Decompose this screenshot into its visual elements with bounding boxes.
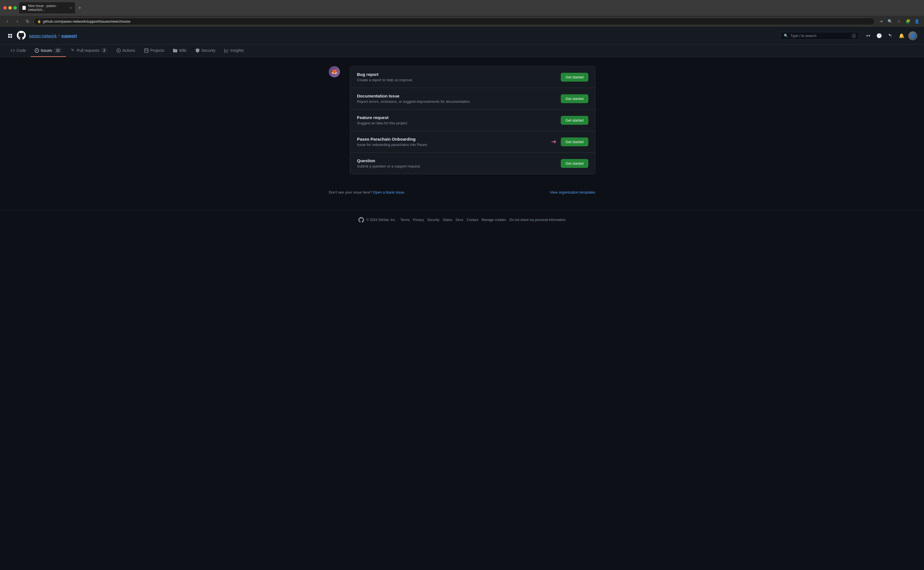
profile-button[interactable]: 👤 — [913, 17, 921, 25]
hamburger-button[interactable] — [7, 32, 14, 39]
template-row-documentation-issue: Documentation Issue Report errors, omiss… — [350, 88, 595, 110]
search-placeholder: Type / to search — [791, 34, 849, 38]
documentation-issue-get-started-button[interactable]: Get started — [561, 94, 588, 103]
template-info-question: Question Submit a question or a support … — [357, 158, 561, 169]
nav-code-label: Code — [17, 48, 26, 53]
header-left: paseo-network / support — [7, 31, 776, 41]
nav-item-security[interactable]: Security — [191, 45, 220, 57]
minimize-dot[interactable] — [8, 6, 12, 9]
open-blank-issue-link[interactable]: Open a blank issue. — [373, 190, 405, 195]
footer-contact-link[interactable]: Contact — [467, 218, 478, 222]
nav-pr-label: Pull requests — [77, 48, 99, 53]
clock-button[interactable]: 🕐 — [875, 31, 884, 40]
back-button[interactable]: ‹ — [3, 17, 11, 25]
notifications-button[interactable]: 🔔 — [897, 31, 906, 40]
zoom-button[interactable]: 🔍 — [886, 17, 894, 25]
url-text: github.com/paseo-network/support/issues/… — [43, 19, 130, 23]
pull-request-header-button[interactable] — [886, 31, 895, 40]
owner-link[interactable]: paseo-network — [29, 33, 57, 38]
refresh-button[interactable]: ↻ — [23, 17, 31, 25]
github-logo-link[interactable] — [17, 31, 26, 41]
projects-icon — [144, 49, 148, 53]
nav-actions-label: Actions — [122, 48, 135, 53]
nav-item-actions[interactable]: Actions — [113, 45, 139, 57]
footer-docs-link[interactable]: Docs — [456, 218, 463, 222]
new-plus-button[interactable]: + ▾ — [864, 31, 872, 40]
nav-wiki-label: Wiki — [179, 48, 186, 53]
footer-left: Don't see your issue here? Open a blank … — [329, 190, 405, 195]
insights-icon — [224, 49, 228, 53]
avatar-sidebar: 🦊 — [329, 66, 343, 174]
search-icon: 🔍 — [784, 34, 788, 38]
template-info-bug-report: Bug report Create a report to help us im… — [357, 72, 561, 82]
tab-close-button[interactable]: ✕ — [69, 6, 72, 9]
url-bar[interactable]: 🔒 github.com/paseo-network/support/issue… — [34, 18, 875, 25]
cast-button[interactable]: ⇥ — [877, 17, 885, 25]
template-row-paseo-parachain-onboarding: Paseo Parachain Onboarding Issue for onb… — [350, 131, 595, 153]
close-dot[interactable] — [3, 6, 7, 9]
repo-nav: Code Issues 12 Pull requests 2 Actions P… — [0, 44, 924, 57]
footer-right: View organization templates — [550, 190, 595, 195]
footer-privacy-link[interactable]: Privacy — [413, 218, 424, 222]
forward-button[interactable]: › — [14, 17, 21, 25]
repo-link[interactable]: support — [61, 33, 77, 38]
header-right: + ▾ 🕐 🔔 👤 — [864, 31, 917, 40]
page-footer: © 2024 GitHub, Inc. Terms Privacy Securi… — [0, 210, 924, 230]
nav-item-projects[interactable]: Projects — [140, 45, 168, 57]
paseo-parachain-onboarding-title: Paseo Parachain Onboarding — [357, 137, 551, 141]
issues-badge: 12 — [54, 48, 62, 53]
nav-item-insights[interactable]: Insights — [220, 45, 248, 57]
feature-request-title: Feature request — [357, 115, 561, 120]
paseo-parachain-onboarding-get-started-button[interactable]: Get started — [561, 138, 588, 146]
issue-footer: Don't see your issue here? Open a blank … — [322, 183, 602, 201]
pr-icon — [71, 49, 75, 53]
nav-item-issues[interactable]: Issues 12 — [31, 44, 66, 57]
pr-badge: 2 — [101, 48, 107, 53]
issue-icon — [35, 49, 39, 53]
user-avatar-image: 🦊 — [329, 66, 340, 77]
bug-report-get-started-button[interactable]: Get started — [561, 73, 588, 81]
security-icon — [196, 49, 200, 53]
user-avatar: 🦊 — [329, 66, 340, 77]
view-org-templates-link[interactable]: View organization templates — [550, 190, 595, 195]
browser-dots — [3, 6, 17, 9]
nav-item-wiki[interactable]: Wiki — [169, 45, 190, 57]
nav-item-pull-requests[interactable]: Pull requests 2 — [67, 44, 112, 57]
template-info-feature-request: Feature request Suggest an idea for this… — [357, 115, 561, 125]
actions-icon — [116, 49, 121, 53]
template-row-bug-report: Bug report Create a report to help us im… — [350, 66, 595, 88]
nav-projects-label: Projects — [150, 48, 164, 53]
browser-nav-bar: ‹ › ↻ 🔒 github.com/paseo-network/support… — [0, 16, 924, 27]
star-button[interactable]: ☆ — [895, 17, 903, 25]
footer-status-link[interactable]: Status — [443, 218, 452, 222]
browser-tab[interactable]: New Issue · paseo-network/s... ✕ — [19, 2, 75, 14]
footer-terms-link[interactable]: Terms — [401, 218, 410, 222]
maximize-dot[interactable] — [14, 6, 17, 9]
footer-manage-cookies-link[interactable]: Manage cookies — [482, 218, 506, 222]
global-search[interactable]: 🔍 Type / to search / — [781, 32, 859, 40]
footer-github-logo — [358, 217, 364, 223]
documentation-issue-title: Documentation Issue — [357, 93, 561, 98]
footer-security-link[interactable]: Security — [427, 218, 439, 222]
user-avatar-image: 👤 — [908, 31, 917, 40]
wiki-icon — [173, 49, 177, 53]
documentation-issue-description: Report errors, omissions, or suggest imp… — [357, 100, 561, 104]
question-description: Submit a question or a support request. — [357, 164, 561, 169]
new-tab-button[interactable]: + — [77, 5, 82, 10]
feature-request-get-started-button[interactable]: Get started — [561, 116, 588, 125]
bug-report-title: Bug report — [357, 72, 561, 77]
nav-actions: ⇥ 🔍 ☆ 🧩 👤 — [877, 17, 921, 25]
question-get-started-button[interactable]: Get started — [561, 159, 588, 168]
lock-icon: 🔒 — [37, 20, 41, 23]
dont-see-text: Don't see your issue here? — [329, 190, 373, 195]
nav-issues-label: Issues — [41, 48, 52, 53]
bug-report-description: Create a report to help us improve — [357, 78, 561, 82]
user-avatar-button[interactable]: 👤 — [908, 31, 917, 40]
browser-title-bar: New Issue · paseo-network/s... ✕ + — [0, 0, 924, 16]
footer-logo-area: © 2024 GitHub, Inc. — [358, 217, 396, 223]
nav-item-code[interactable]: Code — [7, 45, 30, 57]
main-content: 🦊 Bug report Create a report to help us … — [322, 57, 602, 183]
footer-do-not-share-link[interactable]: Do not share my personal information — [509, 218, 565, 222]
question-title: Question — [357, 158, 561, 163]
puzzle-button[interactable]: 🧩 — [904, 17, 912, 25]
